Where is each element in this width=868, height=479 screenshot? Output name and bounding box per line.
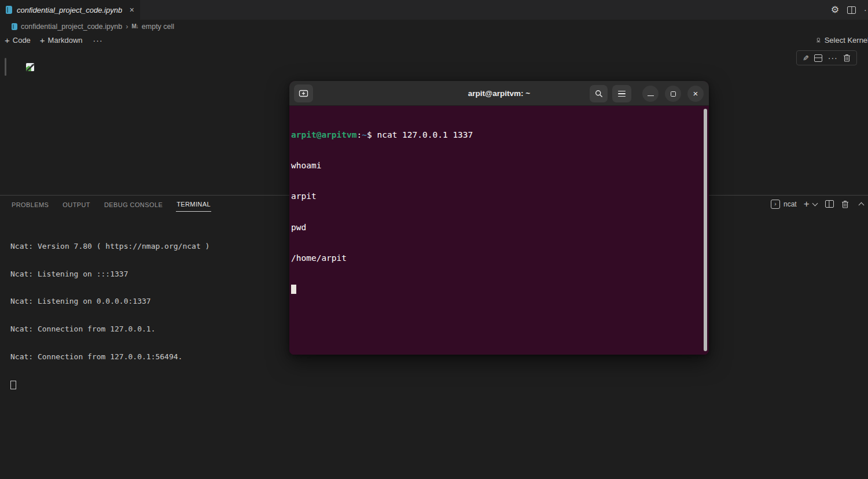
terminal-titlebar[interactable]: arpit@arpitvm: ~ ×	[289, 81, 709, 106]
add-code-label: Code	[13, 36, 31, 45]
gnome-terminal-window[interactable]: arpit@arpitvm: ~ × a	[289, 81, 709, 355]
new-tab-button[interactable]	[294, 84, 313, 102]
terminal-line: Ncat: Listening on 0.0.0.0:1337	[10, 297, 209, 306]
breadcrumb-cell[interactable]: empty cell	[142, 23, 174, 31]
maximize-icon	[671, 91, 676, 97]
integrated-terminal-output[interactable]: Ncat: Version 7.80 ( https://nmap.org/nc…	[10, 223, 209, 408]
markdown-cell-icon: M↓	[131, 23, 138, 30]
tab-terminal[interactable]: TERMINAL	[176, 197, 211, 212]
prompt-path: ~	[362, 130, 367, 139]
plus-icon: +	[40, 36, 45, 45]
new-terminal-icon[interactable]: +	[804, 199, 810, 209]
terminal-list-item-ncat[interactable]: › ncat	[771, 200, 797, 209]
more-actions-icon[interactable]: ···	[864, 6, 868, 14]
terminal-line: whoami	[291, 161, 709, 171]
plus-icon: +	[5, 36, 10, 45]
cell-more-actions-icon[interactable]: ···	[828, 54, 838, 62]
tab-problems[interactable]: PROBLEMS	[11, 198, 49, 212]
terminal-cursor	[291, 285, 296, 294]
terminal-line: arpit	[291, 191, 709, 202]
maximize-panel-icon[interactable]	[858, 202, 864, 208]
terminal-line: Ncat: Version 7.80 ( https://nmap.org/nc…	[10, 242, 209, 251]
vscode-window: confidential_project_code.ipynb × ⚙ ··· …	[0, 0, 868, 479]
terminal-panel-actions: › ncat + ×	[771, 199, 868, 209]
delete-cell-icon[interactable]	[843, 54, 851, 62]
editor-tab-bar: confidential_project_code.ipynb × ⚙ ···	[0, 0, 868, 20]
notebook-file-icon	[6, 6, 12, 14]
edit-cell-icon[interactable]: ✎	[803, 54, 809, 62]
split-terminal-icon[interactable]	[825, 200, 834, 208]
close-icon: ×	[693, 89, 698, 98]
terminal-line: Ncat: Connection from 127.0.0.1.	[10, 325, 209, 334]
tab-title: confidential_project_code.ipynb	[17, 6, 122, 14]
select-kernel-label: Select Kernel	[825, 36, 868, 45]
add-markdown-cell-button[interactable]: + Markdown	[35, 36, 87, 45]
cell-toolbar: ✎ ···	[796, 50, 857, 65]
terminal-icon: ›	[771, 200, 780, 209]
panel-tab-bar: PROBLEMS OUTPUT DEBUG CONSOLE TERMINAL	[11, 197, 224, 212]
terminal-name: ncat	[784, 200, 797, 208]
menu-button[interactable]	[612, 85, 631, 102]
add-code-cell-button[interactable]: + Code	[0, 36, 35, 45]
terminal-cursor	[10, 381, 16, 389]
kill-terminal-icon[interactable]	[841, 200, 849, 208]
terminal-line: Ncat: Listening on :::1337	[10, 270, 209, 279]
select-kernel-button[interactable]: Select Kernel	[816, 33, 868, 47]
search-icon	[595, 90, 603, 98]
notebook-file-icon	[12, 23, 17, 30]
terminal-line: /home/arpit	[291, 253, 709, 264]
tab-output[interactable]: OUTPUT	[62, 198, 91, 212]
hamburger-icon	[618, 91, 626, 92]
tab-close-icon[interactable]: ×	[130, 6, 134, 14]
terminal-scrollbar[interactable]	[704, 109, 707, 351]
tab-debug-console[interactable]: DEBUG CONSOLE	[104, 198, 163, 212]
gear-icon[interactable]: ⚙	[831, 5, 839, 14]
terminal-launch-dropdown-icon[interactable]	[812, 200, 818, 206]
cursor-line	[291, 285, 709, 295]
terminal-line: pwd	[291, 223, 709, 233]
breadcrumb: confidential_project_code.ipynb › M↓ emp…	[0, 20, 868, 33]
minimize-icon	[648, 95, 654, 97]
search-button[interactable]	[590, 85, 608, 102]
chevron-right-icon: ›	[126, 22, 128, 31]
maximize-button[interactable]	[665, 86, 681, 102]
toolbar-more-icon[interactable]: ···	[87, 36, 109, 45]
split-cell-icon[interactable]	[814, 54, 822, 62]
close-button[interactable]: ×	[687, 86, 704, 102]
new-tab-icon	[299, 89, 308, 98]
prompt-line: arpit@arpitvm:~$ ncat 127.0.0.1 1337	[291, 130, 709, 141]
broken-image-icon	[25, 62, 35, 72]
kernel-icon	[816, 36, 821, 45]
cell-focus-indicator	[5, 58, 6, 76]
prompt-user-host: arpit@arpitvm	[291, 130, 357, 139]
notebook-toolbar: + Code + Markdown ··· Select Kernel	[0, 33, 868, 47]
breadcrumb-file[interactable]: confidential_project_code.ipynb	[21, 23, 122, 31]
minimize-button[interactable]	[642, 86, 659, 102]
command-text: ncat 127.0.0.1 1337	[377, 130, 473, 139]
tab-confidential-project-code[interactable]: confidential_project_code.ipynb ×	[0, 0, 140, 20]
terminal-line: Ncat: Connection from 127.0.0.1:56494.	[10, 352, 209, 362]
add-markdown-label: Markdown	[48, 36, 83, 45]
editor-actions: ⚙ ···	[831, 0, 868, 20]
split-editor-icon[interactable]	[847, 6, 856, 14]
terminal-content[interactable]: arpit@arpitvm:~$ ncat 127.0.0.1 1337 who…	[289, 106, 709, 355]
